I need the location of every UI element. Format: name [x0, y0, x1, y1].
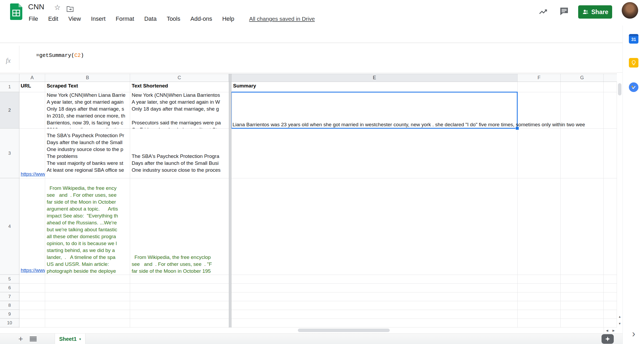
vertical-scrollbar-thumb[interactable] — [618, 83, 621, 95]
menu-addons[interactable]: Add-ons — [189, 15, 213, 23]
keep-icon[interactable] — [629, 58, 638, 68]
column-header-f[interactable]: F — [518, 74, 561, 82]
add-sheet-button[interactable]: + — [15, 334, 27, 344]
sheet-tab-active[interactable]: Sheet1 ▾ — [55, 334, 85, 344]
fx-label: fx — [6, 57, 11, 64]
chevron-down-icon: ▾ — [79, 337, 81, 341]
sheet-tab-label: Sheet1 — [59, 336, 77, 342]
menu-help[interactable]: Help — [221, 15, 235, 23]
cell-b4[interactable]: From Wikipedia, the free ency see and . … — [47, 185, 129, 275]
calendar-icon[interactable]: 31 — [629, 34, 638, 44]
scroll-down-button[interactable]: ▼ — [617, 320, 622, 327]
keep-bulb-icon — [631, 60, 637, 66]
menu-format[interactable]: Format — [115, 15, 135, 23]
cell-b1[interactable]: Scraped Text — [47, 83, 129, 90]
row-header-3[interactable]: 3 — [0, 129, 19, 178]
row-header-2[interactable]: 2 — [0, 92, 19, 128]
cell-c4[interactable]: From Wikipedia, the free encyclop see an… — [132, 254, 229, 275]
frozen-pane-divider[interactable] — [229, 74, 231, 328]
cell-c3[interactable]: The SBA's Paycheck Protection Progra Day… — [132, 153, 229, 174]
tasks-icon[interactable] — [629, 82, 638, 92]
fill-handle[interactable] — [516, 127, 519, 130]
cell-c2[interactable]: New York (CNN)When Liana Barrientos A ye… — [132, 92, 229, 128]
select-all-corner[interactable] — [0, 74, 19, 82]
cell-c1[interactable]: Text Shortened — [132, 83, 228, 90]
row-header-4[interactable]: 4 — [0, 178, 19, 275]
tasks-check-icon — [630, 84, 637, 90]
share-button[interactable]: Share — [578, 5, 612, 19]
row-header-1[interactable]: 1 — [0, 82, 19, 92]
insights-icon[interactable] — [538, 7, 548, 16]
star-icon[interactable]: ☆ — [54, 3, 61, 12]
topbar: CNN ☆ File Edit View Insert Format Data … — [0, 0, 644, 26]
menu-tools[interactable]: Tools — [166, 15, 181, 23]
column-header-b[interactable]: B — [45, 74, 130, 82]
comment-history-icon[interactable] — [559, 6, 569, 16]
menu-data[interactable]: Data — [143, 15, 157, 23]
formula-bar-divider — [19, 46, 19, 70]
explore-star-icon — [605, 336, 611, 342]
sheets-logo-icon[interactable] — [10, 3, 22, 20]
scroll-left-button[interactable]: ◀ — [604, 328, 610, 333]
menu-insert[interactable]: Insert — [90, 15, 107, 23]
menubar: File Edit View Insert Format Data Tools … — [28, 14, 316, 24]
share-person-icon — [582, 9, 589, 15]
horizontal-scrollbar-thumb[interactable] — [298, 329, 390, 332]
avatar[interactable] — [622, 2, 638, 19]
column-header-a[interactable]: A — [19, 74, 45, 82]
saved-status[interactable]: All changes saved in Drive — [248, 15, 316, 23]
row-header-5[interactable]: 5 — [0, 275, 19, 283]
share-label: Share — [591, 9, 608, 16]
formula-prefix: =getSummary( — [36, 52, 74, 58]
menu-view[interactable]: View — [67, 15, 82, 23]
calendar-day-label: 31 — [629, 36, 638, 43]
column-header-g[interactable]: G — [561, 74, 604, 82]
row-header-8[interactable]: 8 — [0, 301, 19, 310]
cell-a4-link[interactable]: https://www. — [21, 267, 45, 274]
formula-input[interactable]: =getSummary(C2) — [23, 46, 607, 70]
menu-file[interactable]: File — [28, 15, 39, 23]
menu-edit[interactable]: Edit — [47, 15, 59, 23]
column-header-stub[interactable] — [604, 74, 617, 82]
vertical-scrollbar[interactable] — [617, 82, 622, 328]
cell-e1[interactable]: Summary — [233, 83, 517, 90]
row-header-6[interactable]: 6 — [0, 284, 19, 292]
scroll-right-button[interactable]: ▶ — [610, 328, 617, 333]
scroll-up-button[interactable]: ▲ — [617, 313, 622, 320]
column-header-e[interactable]: E — [231, 74, 518, 82]
sheet-tab-bar: + Sheet1 ▾ — [0, 333, 622, 344]
toolbar: ↶ ↷ 100% ▾ $ % .0 .00 123 ▾ Default (Ari… — [0, 26, 622, 43]
formula-suffix: ) — [81, 52, 84, 58]
cell-e2[interactable]: Liana Barrientos was 23 years old when s… — [233, 121, 616, 128]
show-side-panel-button[interactable]: › — [629, 328, 639, 340]
move-to-folder-icon[interactable] — [66, 5, 74, 13]
document-title[interactable]: CNN — [28, 3, 44, 11]
all-sheets-button[interactable] — [30, 337, 37, 341]
row-header-7[interactable]: 7 — [0, 292, 19, 301]
formula-cell-ref: C2 — [74, 52, 81, 58]
cell-b3[interactable]: The SBA's Paycheck Protection Pr Days af… — [47, 132, 129, 175]
cell-b2[interactable]: New York (CNN)When Liana Barrie A year l… — [47, 92, 129, 128]
cell-a3-link[interactable]: https://www. — [21, 171, 45, 178]
cell-a1[interactable]: URL — [21, 83, 44, 90]
row-header-9[interactable]: 9 — [0, 310, 19, 318]
formula-bar: fx =getSummary(C2) — [0, 43, 622, 73]
explore-button[interactable] — [602, 334, 614, 344]
row-header-10[interactable]: 10 — [0, 319, 19, 327]
column-header-c[interactable]: C — [130, 74, 229, 82]
side-panel: 31 › — [622, 26, 644, 344]
